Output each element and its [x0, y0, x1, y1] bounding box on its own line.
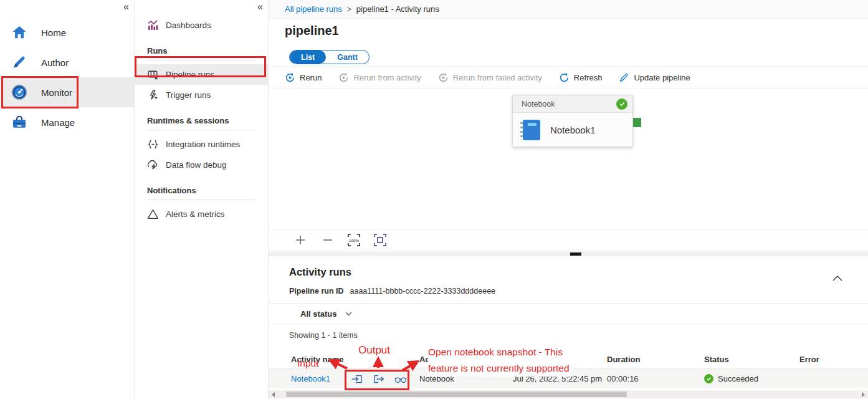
input-icon[interactable] [351, 373, 363, 385]
monitor-nav-sidebar: « Dashboards Runs Pipeline runs [135, 0, 269, 399]
horizontal-scrollbar[interactable] [269, 390, 868, 398]
rerun-from-activity-button[interactable]: Rerun from activity [338, 72, 421, 83]
pipeline-runs-icon [147, 69, 159, 80]
panel-resize-handle[interactable] [570, 252, 581, 256]
status-text: Succeeded [718, 374, 758, 383]
scrollbar-thumb[interactable] [286, 392, 627, 397]
nav-section-runs: Runs [135, 46, 268, 60]
list-view-tab[interactable]: List [290, 50, 326, 64]
breadcrumb-separator: > [347, 5, 351, 14]
status-filter-label: All status [300, 309, 337, 319]
update-pipeline-pencil-icon [619, 72, 629, 83]
rerun-from-activity-label: Rerun from activity [353, 73, 421, 82]
refresh-icon [559, 72, 570, 83]
activity-runs-heading: Activity runs [289, 266, 351, 278]
notebook-icon [523, 120, 540, 140]
pipeline-run-id-value: aaaa1111-bbbb-cccc-2222-3333ddddeeee [350, 287, 496, 296]
nav-item-label: Alerts & metrics [166, 209, 225, 219]
rerun-from-activity-icon [338, 72, 349, 83]
node-name: Notebook1 [550, 125, 596, 135]
notebook-snapshot-glasses-icon[interactable] [394, 373, 407, 385]
section-title: Notifications [147, 186, 255, 195]
nav-item-alerts-metrics[interactable]: Alerts & metrics [135, 204, 268, 224]
toolbar: Rerun Rerun from activity Rerun from fai… [285, 67, 690, 88]
nav-item-label: Integration runtimes [166, 140, 240, 149]
rerun-from-failed-activity-icon [438, 72, 449, 83]
canvas-zoom-bar: 100% [269, 229, 868, 250]
data-flow-debug-icon [147, 159, 159, 171]
nav-item-pipeline-runs[interactable]: Pipeline runs [135, 64, 268, 85]
nav-item-label: Pipeline runs [166, 70, 214, 79]
page-title: pipeline1 [285, 24, 339, 38]
svg-text:100%: 100% [349, 238, 359, 243]
output-icon[interactable] [373, 373, 385, 385]
sidebar-item-label: Manage [41, 117, 75, 128]
node-type-label: Notebook [522, 100, 616, 108]
rerun-from-failed-activity-button[interactable]: Rerun from failed activity [438, 72, 542, 83]
rerun-button[interactable]: Rerun [285, 72, 322, 83]
pipeline-canvas[interactable]: Notebook Notebook1 [269, 89, 868, 229]
collapse-left-sidebar-icon[interactable]: « [123, 1, 129, 12]
activity-type-cell: Notebook [419, 374, 513, 383]
col-status[interactable]: Status [704, 355, 799, 364]
showing-count: Showing 1 - 1 items [289, 331, 358, 340]
sidebar-item-author[interactable]: Author [0, 47, 134, 77]
nav-item-dashboards[interactable]: Dashboards [135, 15, 268, 36]
author-pencil-icon [11, 54, 27, 70]
nav-item-data-flow-debug[interactable]: Data flow debug [135, 155, 268, 175]
zoom-out-button[interactable] [321, 233, 335, 247]
nav-item-integration-runtimes[interactable]: Integration runtimes [135, 134, 268, 155]
zoom-in-icon [295, 234, 306, 246]
status-filter-dropdown[interactable]: All status [300, 309, 352, 319]
pipeline-run-id-row: Pipeline run ID aaaa1111-bbbb-cccc-2222-… [289, 287, 495, 296]
col-activity-name[interactable]: Activity name [269, 355, 351, 364]
col-duration[interactable]: Duration [607, 355, 704, 364]
refresh-button[interactable]: Refresh [559, 72, 603, 83]
collapse-nav-sidebar-icon[interactable]: « [257, 1, 263, 12]
app-sidebar: « Home Author [0, 0, 135, 399]
activity-runs-panel: Activity runs Pipeline run ID aaaa1111-b… [269, 256, 868, 399]
node-output-connector[interactable] [633, 118, 641, 127]
view-toggle: List Gantt [289, 50, 370, 64]
update-pipeline-button[interactable]: Update pipeline [619, 72, 690, 83]
main-content: All pipeline runs > pipeline1 - Activity… [269, 0, 868, 399]
zoom-in-button[interactable] [293, 233, 307, 247]
collapse-panel-button[interactable] [832, 274, 842, 283]
zoom-100-icon: 100% [348, 234, 360, 246]
run-start-cell: Jul 26, 2022, 5:22:45 pm [513, 374, 607, 383]
col-activity-type[interactable]: Ac [419, 355, 513, 364]
row-action-icons [351, 373, 419, 385]
nav-item-label: Trigger runs [166, 90, 211, 100]
zoom-reset-button[interactable]: 100% [347, 233, 361, 247]
sidebar-item-home[interactable]: Home [0, 17, 134, 47]
notebook-activity-node[interactable]: Notebook Notebook1 [512, 95, 633, 147]
activity-name-link[interactable]: Notebook1 [291, 374, 330, 383]
chevron-up-icon [832, 276, 842, 281]
col-error[interactable]: Error [799, 355, 868, 364]
manage-toolbox-icon [11, 114, 27, 130]
update-pipeline-label: Update pipeline [634, 73, 690, 82]
panel-resize-track [269, 251, 868, 256]
sidebar-item-manage[interactable]: Manage [0, 107, 134, 137]
sidebar-item-label: Home [41, 27, 66, 38]
nav-item-trigger-runs[interactable]: Trigger runs [135, 85, 268, 105]
section-title: Runtimes & sessions [147, 116, 255, 125]
sidebar-item-label: Monitor [41, 87, 72, 98]
chevron-down-icon [345, 312, 352, 316]
refresh-label: Refresh [574, 73, 603, 82]
breadcrumb-current: pipeline1 - Activity runs [356, 4, 439, 14]
scroll-right-arrow-icon[interactable] [862, 392, 865, 397]
monitor-gauge-icon [11, 84, 27, 100]
zoom-fit-icon [374, 234, 386, 246]
warning-triangle-icon [147, 208, 159, 220]
nav-item-label: Data flow debug [166, 160, 227, 170]
scroll-left-arrow-icon[interactable] [272, 392, 275, 397]
rerun-label: Rerun [300, 73, 322, 82]
gantt-view-tab[interactable]: Gantt [326, 50, 369, 64]
node-success-check-icon [616, 99, 627, 110]
zoom-fit-button[interactable] [373, 233, 387, 247]
breadcrumb-all-pipeline-runs-link[interactable]: All pipeline runs [285, 4, 342, 14]
zoom-out-icon [322, 234, 333, 246]
node-body: Notebook1 [513, 113, 632, 147]
sidebar-item-monitor[interactable]: Monitor [0, 77, 134, 107]
